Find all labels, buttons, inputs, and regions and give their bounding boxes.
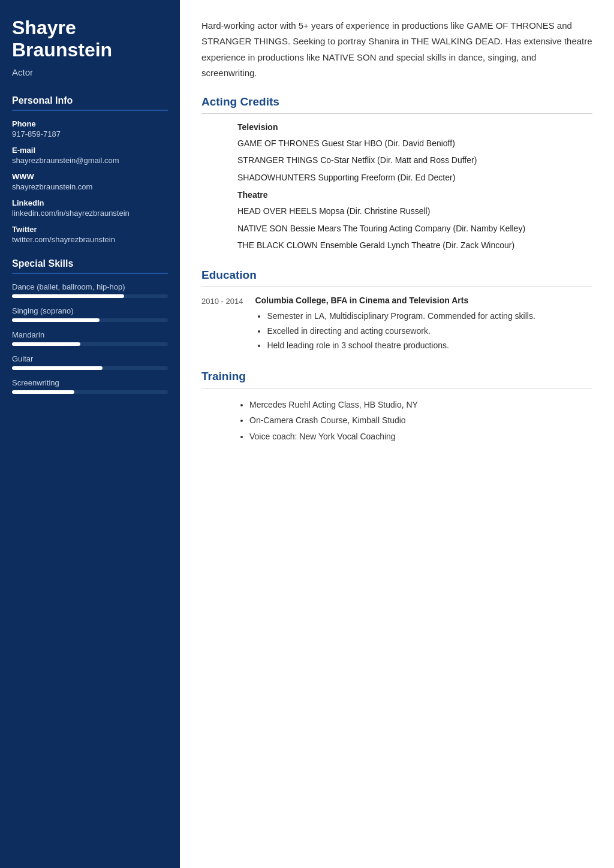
- education-bullet: Semester in LA, Multidisciplinary Progra…: [267, 309, 592, 324]
- skill-bar-background: [12, 318, 168, 322]
- training-bullet: Mercedes Ruehl Acting Class, HB Studio, …: [249, 397, 592, 413]
- credits-subtitle: Theatre: [237, 190, 592, 200]
- education-year: 2010 - 2014: [201, 296, 243, 353]
- info-label: Phone: [12, 119, 168, 128]
- training-bullet: Voice coach: New York Vocal Coaching: [249, 429, 592, 445]
- credit-row: NATIVE SON Bessie Mears The Touring Acti…: [237, 222, 592, 235]
- training-section: Training Mercedes Ruehl Acting Class, HB…: [201, 370, 592, 445]
- skill-bar-fill: [12, 342, 80, 346]
- credits-subtitle: Television: [237, 122, 592, 132]
- skill-bar-background: [12, 342, 168, 346]
- info-label: LinkedIn: [12, 198, 168, 207]
- skill-name: Singing (soprano): [12, 306, 168, 315]
- skill-name: Dance (ballet, ballroom, hip-hop): [12, 282, 168, 291]
- credit-row: HEAD OVER HEELS Mopsa (Dir. Christine Ru…: [237, 204, 592, 218]
- skill-item: Guitar: [12, 354, 168, 370]
- personal-info-fields: Phone917-859-7187E-mailshayrezbraunstein…: [12, 119, 168, 244]
- education-institution: Columbia College, BFA in Cinema and Tele…: [255, 296, 592, 305]
- education-section: Education 2010 - 2014Columbia College, B…: [201, 269, 592, 353]
- education-bullet: Excelled in directing and acting coursew…: [267, 324, 592, 339]
- credit-row: STRANGER THINGS Co-Star Netflix (Dir. Ma…: [237, 153, 592, 167]
- sidebar: Shayre Braunstein Actor Personal Info Ph…: [0, 0, 180, 868]
- credits-subsection: TheatreHEAD OVER HEELS Mopsa (Dir. Chris…: [237, 190, 592, 252]
- credit-row: GAME OF THRONES Guest Star HBO (Dir. Dav…: [237, 137, 592, 150]
- training-divider: [201, 388, 592, 388]
- acting-credits-section: Acting Credits TelevisionGAME OF THRONES…: [201, 95, 592, 252]
- acting-credits-content: TelevisionGAME OF THRONES Guest Star HBO…: [201, 122, 592, 252]
- skill-item: Mandarin: [12, 330, 168, 346]
- skill-bar-fill: [12, 390, 74, 394]
- acting-credits-divider: [201, 113, 592, 114]
- summary-text: Hard-working actor with 5+ years of expe…: [201, 18, 592, 81]
- skill-item: Screenwriting: [12, 378, 168, 394]
- education-row: 2010 - 2014Columbia College, BFA in Cine…: [201, 296, 592, 353]
- education-content-block: Columbia College, BFA in Cinema and Tele…: [255, 296, 592, 353]
- skill-item: Singing (soprano): [12, 306, 168, 322]
- skill-bar-fill: [12, 318, 100, 322]
- info-value: shayrezbraunstein@gmail.com: [12, 156, 168, 165]
- education-title: Education: [201, 269, 592, 282]
- info-value: linkedin.com/in/shayrezbraunstein: [12, 209, 168, 218]
- credit-row: THE BLACK CLOWN Ensemble Gerald Lynch Th…: [237, 239, 592, 252]
- special-skills-heading: Special Skills: [12, 258, 168, 274]
- skill-bar-fill: [12, 294, 124, 298]
- skill-bar-background: [12, 366, 168, 370]
- info-value: 917-859-7187: [12, 129, 168, 138]
- education-bullet: Held leading role in 3 school theatre pr…: [267, 338, 592, 353]
- info-label: E-mail: [12, 146, 168, 155]
- skill-item: Dance (ballet, ballroom, hip-hop): [12, 282, 168, 298]
- info-value: shayrezbraunstein.com: [12, 182, 168, 191]
- skill-name: Screenwriting: [12, 378, 168, 387]
- acting-credits-title: Acting Credits: [201, 95, 592, 108]
- training-bullet: On-Camera Crash Course, Kimball Studio: [249, 412, 592, 429]
- main-content: Hard-working actor with 5+ years of expe…: [180, 0, 614, 868]
- actor-role: Actor: [12, 67, 168, 77]
- personal-info-heading: Personal Info: [12, 95, 168, 111]
- skill-bar-fill: [12, 366, 103, 370]
- skill-bar-background: [12, 390, 168, 394]
- info-value: twitter.com/shayrezbraunstein: [12, 235, 168, 244]
- info-label: WWW: [12, 172, 168, 181]
- training-title: Training: [201, 370, 592, 383]
- education-divider: [201, 287, 592, 287]
- education-content: 2010 - 2014Columbia College, BFA in Cine…: [201, 296, 592, 353]
- skills-list: Dance (ballet, ballroom, hip-hop)Singing…: [12, 282, 168, 394]
- skill-bar-background: [12, 294, 168, 298]
- info-label: Twitter: [12, 225, 168, 234]
- education-bullets: Semester in LA, Multidisciplinary Progra…: [255, 309, 592, 353]
- skill-name: Guitar: [12, 354, 168, 363]
- actor-name: Shayre Braunstein: [12, 17, 168, 61]
- skill-name: Mandarin: [12, 330, 168, 339]
- credits-subsection: TelevisionGAME OF THRONES Guest Star HBO…: [237, 122, 592, 184]
- credit-row: SHADOWHUNTERS Supporting Freeform (Dir. …: [237, 171, 592, 184]
- training-list: Mercedes Ruehl Acting Class, HB Studio, …: [201, 397, 592, 445]
